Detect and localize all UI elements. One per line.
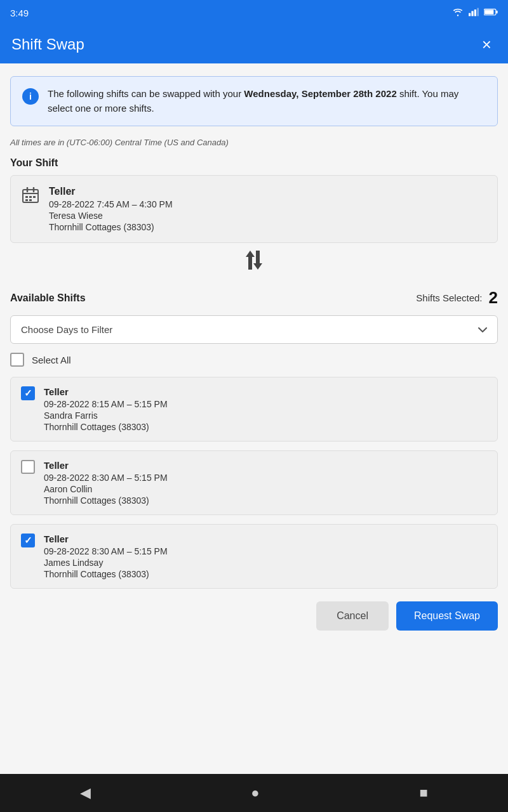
wifi-icon	[452, 8, 464, 18]
info-text: The following shifts can be swapped with…	[48, 87, 486, 115]
select-all-label: Select All	[32, 355, 71, 365]
info-date: Wednesday, September 28th 2022	[244, 88, 396, 99]
your-shift-label: Your Shift	[10, 157, 498, 169]
svg-rect-2	[474, 10, 476, 16]
cancel-button[interactable]: Cancel	[316, 601, 389, 631]
svg-rect-15	[29, 199, 32, 201]
svg-rect-14	[25, 199, 28, 201]
select-all-row[interactable]: Select All	[10, 353, 498, 367]
back-button[interactable]: ◀	[65, 780, 106, 806]
close-button[interactable]: ×	[477, 34, 497, 55]
shift-item-1[interactable]: Teller 09-28-2022 8:15 AM – 5:15 PM Sand…	[10, 377, 498, 442]
recents-button[interactable]: ■	[404, 780, 443, 806]
shift-checkbox-1[interactable]	[21, 386, 35, 400]
status-bar: 3:49	[0, 0, 508, 25]
request-swap-button[interactable]: Request Swap	[396, 601, 498, 631]
shift-location-3: Thornhill Cottages (38303)	[44, 569, 168, 579]
your-shift-location: Thornhill Cottages (38303)	[49, 222, 173, 232]
shift-location-2: Thornhill Cottages (38303)	[44, 495, 168, 506]
svg-rect-6	[496, 10, 497, 13]
svg-rect-12	[29, 196, 32, 198]
your-shift-card: Teller 09-28-2022 7:45 AM – 4:30 PM Tere…	[10, 175, 498, 243]
title-bar: Shift Swap ×	[0, 25, 508, 63]
home-button[interactable]: ●	[236, 780, 274, 806]
svg-rect-11	[25, 196, 28, 198]
svg-rect-5	[485, 10, 493, 14]
bottom-buttons: Cancel Request Swap	[10, 601, 498, 637]
timezone-note: All times are in (UTC-06:00) Central Tim…	[10, 138, 498, 147]
shift-title-2: Teller	[44, 460, 168, 471]
info-icon: i	[22, 88, 39, 105]
shifts-selected-label: Shifts Selected:	[416, 292, 482, 303]
svg-rect-3	[477, 8, 479, 16]
shift-title-3: Teller	[44, 534, 168, 544]
your-shift-title: Teller	[49, 186, 173, 197]
status-time: 3:49	[10, 8, 29, 18]
page-title: Shift Swap	[11, 36, 84, 53]
shift-name-1: Sandra Farris	[44, 410, 168, 421]
available-shifts-header: Available Shifts Shifts Selected: 2	[10, 288, 498, 308]
svg-rect-13	[33, 196, 36, 198]
shifts-selected-count: 2	[489, 288, 498, 308]
shift-time-2: 09-28-2022 8:30 AM – 5:15 PM	[44, 473, 168, 483]
nav-bar: ◀ ● ■	[0, 774, 508, 812]
shift-name-3: James Lindsay	[44, 558, 168, 568]
shift-checkbox-3[interactable]	[21, 534, 35, 547]
your-shift-info: Teller 09-28-2022 7:45 AM – 4:30 PM Tere…	[49, 186, 173, 232]
swap-icon-wrapper	[10, 249, 498, 275]
svg-rect-1	[471, 11, 473, 16]
select-all-checkbox[interactable]	[10, 353, 24, 367]
signal-icon	[469, 8, 479, 18]
info-box: i The following shifts can be swapped wi…	[10, 76, 498, 126]
shift-item-3[interactable]: Teller 09-28-2022 8:30 AM – 5:15 PM Jame…	[10, 524, 498, 589]
svg-marker-17	[253, 251, 262, 270]
available-shifts-label: Available Shifts	[10, 292, 86, 304]
shift-item-2[interactable]: Teller 09-28-2022 8:30 AM – 5:15 PM Aaro…	[10, 450, 498, 515]
svg-rect-0	[469, 13, 471, 16]
shift-time-3: 09-28-2022 8:30 AM – 5:15 PM	[44, 546, 168, 556]
shift-info-1: Teller 09-28-2022 8:15 AM – 5:15 PM Sand…	[44, 386, 168, 432]
shift-checkbox-2[interactable]	[21, 460, 35, 474]
shift-info-3: Teller 09-28-2022 8:30 AM – 5:15 PM Jame…	[44, 534, 168, 579]
your-shift-time: 09-28-2022 7:45 AM – 4:30 PM	[49, 199, 173, 209]
battery-icon	[484, 8, 498, 18]
shift-title-1: Teller	[44, 386, 168, 397]
shift-info-2: Teller 09-28-2022 8:30 AM – 5:15 PM Aaro…	[44, 460, 168, 506]
main-content: i The following shifts can be swapped wi…	[0, 63, 508, 774]
shift-time-1: 09-28-2022 8:15 AM – 5:15 PM	[44, 399, 168, 409]
your-shift-name: Teresa Wiese	[49, 211, 173, 221]
days-filter-dropdown[interactable]: Choose Days to Filter Monday Tuesday Wed…	[10, 315, 498, 344]
swap-arrows-icon	[243, 249, 265, 275]
shift-location-1: Thornhill Cottages (38303)	[44, 422, 168, 432]
svg-marker-16	[246, 251, 255, 270]
shifts-selected-info: Shifts Selected: 2	[416, 288, 498, 308]
shift-name-2: Aaron Collin	[44, 484, 168, 494]
calendar-icon	[22, 187, 39, 207]
